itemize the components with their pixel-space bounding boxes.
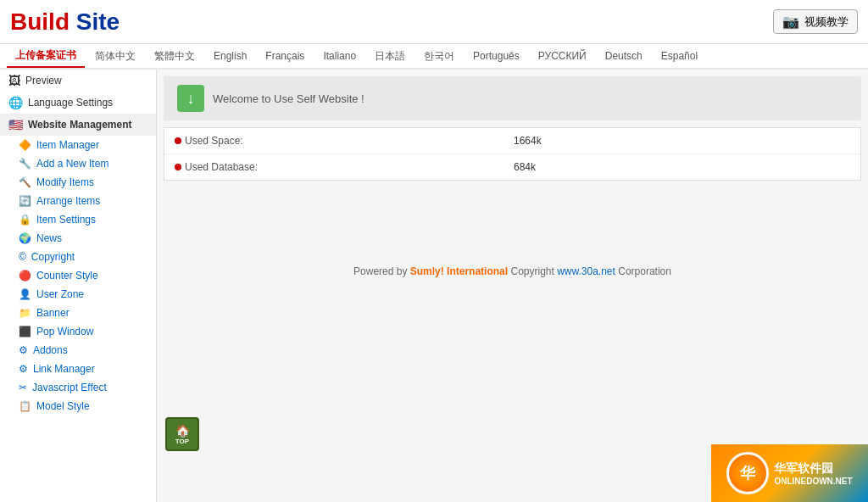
corporation-text: Corporation — [615, 265, 671, 277]
bottom-logo: 华 华军软件园 ONLINEDOWN.NET — [711, 444, 868, 502]
stats-table: Used Space: 1664k Used Database: 684k — [164, 127, 861, 181]
sidebar-item-add-new-item[interactable]: 🔧Add a New Item — [0, 154, 156, 173]
lang-item-4[interactable]: Français — [257, 47, 313, 65]
logo-right-text: 华军软件园 ONLINEDOWN.NET — [774, 461, 852, 486]
sidebar-label-banner: Banner — [36, 307, 70, 319]
banner-icon: 📁 — [19, 307, 31, 319]
sidebar-item-copyright[interactable]: ©Copyright — [0, 248, 156, 266]
sidebar-item-link-manager[interactable]: ⚙Link Manager — [0, 360, 156, 378]
stats-value: 684k — [514, 161, 536, 173]
welcome-banner: ↓ Welcome to Use Self Website ! — [164, 76, 861, 120]
sidebar-item-banner[interactable]: 📁Banner — [0, 304, 156, 322]
red-dot-icon — [175, 164, 181, 170]
stats-label: Used Space: — [175, 135, 514, 147]
item-manager-icon: 🔶 — [19, 139, 31, 151]
logo-line3: .NET — [833, 477, 853, 486]
sidebar-item-pop-window[interactable]: ⬛Pop Window — [0, 322, 156, 341]
sidebar-label-counter-style: Counter Style — [36, 270, 98, 282]
counter-style-icon: 🔴 — [19, 270, 31, 282]
powered-by-label: Powered by — [353, 265, 410, 277]
sidebar-label-add-new-item: Add a New Item — [36, 158, 108, 170]
sidebar-label-addons: Addons — [33, 344, 68, 356]
sidebar-section-label: Website Management — [28, 119, 131, 131]
sidebar-item-modify-items[interactable]: 🔨Modify Items — [0, 173, 156, 192]
sidebar-label-pop-window: Pop Window — [36, 326, 93, 337]
lang-item-8[interactable]: Português — [465, 47, 528, 65]
sidebar-item-model-style[interactable]: 📋Model Style — [0, 397, 156, 416]
item-settings-icon: 🔒 — [19, 214, 31, 226]
link-manager-icon: ⚙ — [19, 363, 28, 375]
stats-row: Used Database: 684k — [164, 154, 860, 180]
sidebar: 🖼Preview🌐Language Settings🇺🇸Website Mana… — [0, 70, 157, 502]
language-settings-icon: 🌐 — [8, 96, 23, 109]
sidebar-item-news[interactable]: 🌍News — [0, 229, 156, 248]
sidebar-item-user-zone[interactable]: 👤User Zone — [0, 285, 156, 304]
lang-item-7[interactable]: 한국어 — [415, 46, 463, 67]
logo-circle: 华 — [726, 452, 769, 494]
lang-item-11[interactable]: Español — [653, 47, 706, 65]
language-bar: 上传备案证书简体中文繁體中文EnglishFrançaisItaliano日本語… — [0, 44, 868, 70]
logo-line2: ONLINEDOWN — [774, 477, 832, 486]
sidebar-label-preview: Preview — [25, 75, 62, 86]
main-layout: 🖼Preview🌐Language Settings🇺🇸Website Mana… — [0, 70, 868, 502]
lang-item-5[interactable]: Italiano — [314, 47, 364, 65]
sidebar-item-item-manager[interactable]: 🔶Item Manager — [0, 136, 156, 154]
lang-item-2[interactable]: 繁體中文 — [146, 46, 203, 67]
stats-label-text: Used Database: — [185, 161, 258, 173]
video-button[interactable]: 📷 视频教学 — [773, 9, 858, 34]
lang-item-9[interactable]: РУССКИЙ — [530, 47, 595, 65]
website-link[interactable]: www.30a.net — [557, 265, 615, 277]
content-area: ↓ Welcome to Use Self Website ! Used Spa… — [157, 70, 868, 502]
arrange-items-icon: 🔄 — [19, 195, 31, 207]
sidebar-label-arrange-items: Arrange Items — [36, 195, 100, 207]
model-style-icon: 📋 — [19, 400, 31, 412]
copyright-icon: © — [19, 251, 26, 263]
brand-name: Sumly! International — [410, 265, 508, 277]
preview-icon: 🖼 — [8, 74, 20, 87]
stats-row: Used Space: 1664k — [164, 128, 860, 154]
sidebar-label-link-manager: Link Manager — [33, 363, 95, 375]
sidebar-label-modify-items: Modify Items — [36, 176, 94, 188]
javascript-effect-icon: ✂ — [19, 382, 27, 393]
add-new-item-icon: 🔧 — [19, 158, 31, 170]
stats-label: Used Database: — [175, 161, 514, 173]
copyright-text: Copyright — [508, 265, 557, 277]
welcome-text: Welcome to Use Self Website ! — [213, 92, 364, 105]
logo-site: Site — [70, 8, 120, 35]
sidebar-label-model-style: Model Style — [36, 400, 90, 412]
logo-line1: 华军软件园 — [774, 461, 852, 477]
sidebar-label-copyright: Copyright — [31, 251, 75, 263]
sidebar-item-arrange-items[interactable]: 🔄Arrange Items — [0, 192, 156, 210]
lang-item-10[interactable]: Deutsch — [597, 47, 651, 65]
video-button-label: 视频教学 — [804, 14, 849, 30]
house-icon: 🏠 — [175, 424, 190, 438]
flag-icon: 🇺🇸 — [8, 118, 23, 131]
pop-window-icon: ⬛ — [19, 326, 31, 337]
lang-item-3[interactable]: English — [205, 47, 255, 65]
sidebar-item-preview[interactable]: 🖼Preview — [0, 70, 156, 92]
sidebar-label-user-zone: User Zone — [36, 288, 84, 300]
lang-item-0[interactable]: 上传备案证书 — [7, 45, 85, 68]
lang-item-6[interactable]: 日本語 — [366, 46, 414, 67]
top-label: TOP — [175, 438, 189, 445]
sidebar-item-javascript-effect[interactable]: ✂Javascript Effect — [0, 378, 156, 397]
user-zone-icon: 👤 — [19, 288, 31, 300]
camera-icon: 📷 — [782, 14, 799, 30]
sidebar-item-addons[interactable]: ⚙Addons — [0, 341, 156, 360]
addons-icon: ⚙ — [19, 344, 28, 356]
sidebar-item-website-management[interactable]: 🇺🇸Website Management — [0, 114, 156, 136]
top-button[interactable]: 🏠 TOP — [165, 417, 199, 451]
sidebar-label-javascript-effect: Javascript Effect — [32, 382, 107, 393]
sidebar-item-language-settings[interactable]: 🌐Language Settings — [0, 92, 156, 114]
red-dot-icon — [175, 137, 181, 144]
sidebar-item-counter-style[interactable]: 🔴Counter Style — [0, 266, 156, 285]
logo: Build Site — [10, 8, 120, 36]
stats-value: 1664k — [514, 135, 542, 147]
sidebar-label-item-settings: Item Settings — [36, 214, 96, 226]
footer-text: Powered by Sumly! International Copyrigh… — [157, 248, 868, 294]
download-icon: ↓ — [177, 85, 204, 112]
sidebar-item-item-settings[interactable]: 🔒Item Settings — [0, 210, 156, 229]
lang-item-1[interactable]: 简体中文 — [86, 46, 144, 67]
modify-items-icon: 🔨 — [19, 176, 31, 188]
news-icon: 🌍 — [19, 232, 31, 244]
